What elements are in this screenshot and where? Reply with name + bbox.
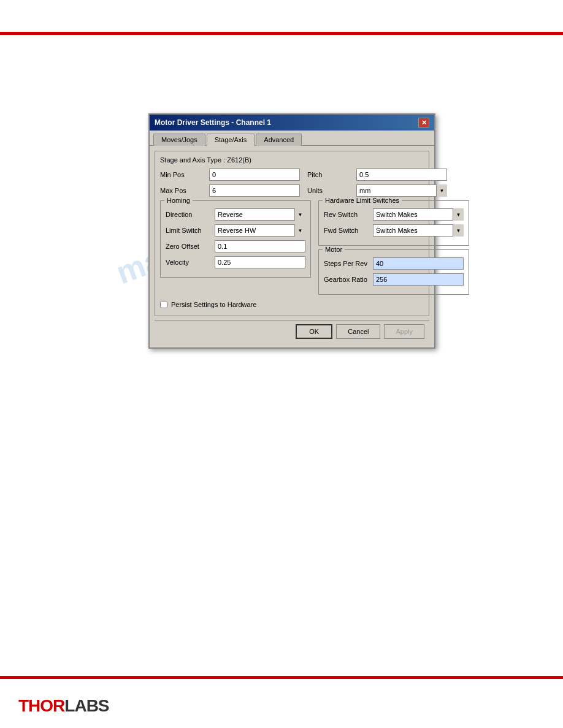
fwd-switch-select[interactable]: Switch Makes Switch Breaks: [373, 224, 464, 237]
velocity-label: Velocity: [166, 259, 215, 266]
two-col-layout: Min Pos Max Pos Pitch Units: [160, 169, 424, 200]
motor-title: Motor: [323, 246, 345, 253]
rev-switch-row: Rev Switch Switch Makes Switch Breaks ▼: [324, 208, 464, 221]
limit-switch-label: Limit Switch: [166, 227, 215, 234]
tab-moves-jogs[interactable]: Moves/Jogs: [153, 134, 205, 146]
right-col: Pitch Units mm inches ▼: [307, 169, 447, 200]
homing-title: Homing: [164, 197, 193, 204]
hw-motor-col: Hardware Limit Switches Rev Switch Switc…: [318, 200, 469, 298]
velocity-row: Velocity: [166, 256, 305, 268]
cancel-button[interactable]: Cancel: [336, 324, 380, 339]
homing-hwlimit-cols: Homing Direction Reverse Forward: [160, 200, 424, 298]
motor-driver-settings-dialog: Motor Driver Settings - Channel 1 ✕ Move…: [148, 113, 435, 349]
fwd-switch-label: Fwd Switch: [324, 227, 373, 234]
hw-limit-title: Hardware Limit Switches: [323, 197, 402, 204]
units-label: Units: [307, 187, 356, 194]
min-pos-input[interactable]: [209, 169, 300, 181]
logo-thor: THOR: [18, 696, 64, 716]
dialog-title: Motor Driver Settings - Channel 1: [155, 118, 271, 127]
limit-switch-select-wrapper: Reverse HW Forward HW ▼: [215, 224, 305, 237]
max-pos-row: Max Pos: [160, 184, 300, 197]
logo-labs: LABS: [64, 696, 109, 716]
zero-offset-label: Zero Offset: [166, 243, 215, 250]
tab-advanced[interactable]: Advanced: [256, 134, 302, 146]
gearbox-ratio-row: Gearbox Ratio: [324, 273, 464, 286]
close-button[interactable]: ✕: [418, 118, 429, 127]
rev-switch-label: Rev Switch: [324, 211, 373, 218]
hw-limit-section: Hardware Limit Switches Rev Switch Switc…: [318, 200, 469, 246]
bottom-red-bar: [0, 676, 563, 679]
homing-col: Homing Direction Reverse Forward: [160, 200, 311, 298]
units-select[interactable]: mm inches: [356, 184, 447, 197]
min-pos-label: Min Pos: [160, 171, 209, 178]
pitch-label: Pitch: [307, 171, 356, 178]
gearbox-ratio-input[interactable]: [373, 273, 464, 286]
thorlabs-logo: THORLABS: [18, 696, 109, 716]
direction-row: Direction Reverse Forward ▼: [166, 208, 305, 221]
apply-button[interactable]: Apply: [384, 324, 424, 339]
ok-button[interactable]: OK: [296, 324, 332, 339]
pitch-row: Pitch: [307, 169, 447, 181]
left-col: Min Pos Max Pos: [160, 169, 300, 200]
min-pos-row: Min Pos: [160, 169, 300, 181]
steps-per-rev-input[interactable]: [373, 257, 464, 270]
stage-axis-title: Stage and Axis Type : Z612(B): [160, 156, 424, 164]
zero-offset-row: Zero Offset: [166, 240, 305, 252]
homing-section: Homing Direction Reverse Forward: [160, 200, 311, 278]
dialog-title-bar: Motor Driver Settings - Channel 1 ✕: [150, 115, 434, 131]
rev-switch-select-wrapper: Switch Makes Switch Breaks ▼: [373, 208, 464, 221]
persist-label: Persist Settings to Hardware: [171, 301, 256, 308]
motor-content: Steps Per Rev Gearbox Ratio: [324, 257, 464, 286]
rev-switch-select[interactable]: Switch Makes Switch Breaks: [373, 208, 464, 221]
direction-select[interactable]: Reverse Forward: [215, 208, 305, 221]
dialog-footer: OK Cancel Apply: [155, 320, 429, 343]
velocity-input[interactable]: [215, 256, 305, 268]
steps-per-rev-row: Steps Per Rev: [324, 257, 464, 270]
fwd-switch-select-wrapper: Switch Makes Switch Breaks ▼: [373, 224, 464, 237]
max-pos-input[interactable]: [209, 184, 300, 197]
zero-offset-input[interactable]: [215, 240, 305, 252]
direction-select-wrapper: Reverse Forward ▼: [215, 208, 305, 221]
units-row: Units mm inches ▼: [307, 184, 447, 197]
steps-per-rev-label: Steps Per Rev: [324, 260, 373, 267]
units-select-wrapper: mm inches ▼: [356, 184, 447, 197]
gearbox-ratio-label: Gearbox Ratio: [324, 276, 373, 283]
motor-section: Motor Steps Per Rev Gearbox Ratio: [318, 249, 469, 295]
hw-limit-content: Rev Switch Switch Makes Switch Breaks ▼: [324, 208, 464, 237]
max-pos-label: Max Pos: [160, 187, 209, 194]
tab-stage-axis[interactable]: Stage/Axis: [207, 134, 255, 146]
limit-switch-row: Limit Switch Reverse HW Forward HW ▼: [166, 224, 305, 237]
pitch-input[interactable]: [356, 169, 447, 181]
fwd-switch-row: Fwd Switch Switch Makes Switch Breaks ▼: [324, 224, 464, 237]
persist-checkbox-row: Persist Settings to Hardware: [160, 301, 424, 308]
direction-label: Direction: [166, 211, 215, 218]
dialog-body: Stage and Axis Type : Z612(B) Min Pos Ma…: [150, 145, 434, 347]
limit-switch-select[interactable]: Reverse HW Forward HW: [215, 224, 305, 237]
top-red-bar: [0, 32, 563, 35]
main-section-frame: Stage and Axis Type : Z612(B) Min Pos Ma…: [155, 151, 429, 316]
tabs-row: Moves/Jogs Stage/Axis Advanced: [150, 131, 434, 145]
homing-content: Direction Reverse Forward ▼: [166, 208, 305, 268]
persist-checkbox[interactable]: [160, 301, 167, 308]
